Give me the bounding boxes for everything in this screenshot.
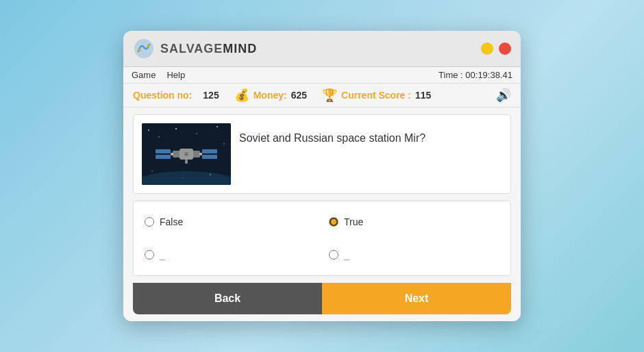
- menu-items: Game Help: [132, 70, 185, 80]
- svg-rect-19: [199, 153, 202, 155]
- answer-false[interactable]: False: [145, 212, 315, 231]
- svg-point-2: [147, 45, 149, 47]
- next-button[interactable]: Next: [322, 283, 511, 314]
- app-logo-icon: [133, 38, 155, 60]
- radio-empty-2[interactable]: [329, 250, 338, 260]
- sound-button[interactable]: 🔊: [496, 88, 511, 103]
- svg-rect-17: [202, 155, 217, 159]
- svg-point-7: [196, 133, 197, 134]
- answer-false-label: False: [160, 216, 183, 227]
- title-bar: SALVAGEMIND: [123, 31, 521, 67]
- money-section: 💰 Money: 625: [234, 88, 307, 103]
- answer-empty-2[interactable]: _: [329, 245, 499, 264]
- radio-empty-1[interactable]: [145, 250, 154, 260]
- question-text: Soviet and Russian space station Mir?: [239, 123, 425, 147]
- minimize-button[interactable]: [481, 42, 493, 55]
- svg-point-8: [216, 126, 218, 127]
- svg-rect-16: [202, 149, 217, 153]
- score-label: Current Score :: [341, 90, 411, 101]
- menu-game[interactable]: Game: [132, 70, 156, 80]
- score-value: 115: [415, 90, 431, 101]
- svg-point-10: [151, 171, 153, 172]
- svg-point-6: [175, 128, 177, 129]
- title-bar-left: SALVAGEMIND: [133, 38, 257, 60]
- answer-empty-1[interactable]: _: [145, 245, 315, 264]
- score-section: 🏆 Current Score : 115: [322, 88, 431, 103]
- radio-true[interactable]: [329, 217, 338, 227]
- title-part1: SALVAGE: [160, 42, 223, 55]
- trophy-icon: 🏆: [322, 88, 337, 103]
- buttons-row: Back Next: [133, 283, 511, 314]
- question-image: [142, 123, 231, 185]
- svg-point-4: [148, 129, 149, 131]
- question-value: 125: [203, 90, 219, 101]
- answer-true[interactable]: True: [329, 212, 499, 231]
- title-part2: MIND: [223, 42, 257, 55]
- money-value: 625: [291, 90, 307, 101]
- svg-rect-18: [171, 153, 173, 155]
- timer-display: Time : 00:19:38.41: [438, 70, 512, 80]
- svg-point-1: [138, 49, 141, 51]
- menu-help[interactable]: Help: [166, 70, 185, 80]
- svg-point-5: [158, 136, 160, 138]
- close-button[interactable]: [499, 42, 511, 55]
- answer-empty-2-label: _: [344, 249, 349, 260]
- radio-false[interactable]: [145, 217, 154, 227]
- money-icon: 💰: [234, 88, 249, 103]
- question-panel: Soviet and Russian space station Mir?: [133, 114, 511, 194]
- svg-point-21: [184, 152, 188, 156]
- svg-rect-14: [156, 149, 171, 153]
- window-controls: [481, 42, 511, 55]
- answer-true-label: True: [344, 216, 363, 227]
- content-area: Soviet and Russian space station Mir? Fa…: [123, 108, 521, 321]
- menu-bar: Game Help Time : 00:19:38.41: [123, 67, 521, 84]
- app-window: SALVAGEMIND Game Help Time : 00:19:38.41…: [123, 31, 521, 321]
- answers-grid: False True _ _: [145, 212, 499, 264]
- app-title: SALVAGEMIND: [160, 42, 257, 56]
- answer-empty-1-label: _: [160, 249, 165, 260]
- answers-panel: False True _ _: [133, 201, 511, 276]
- svg-rect-15: [156, 155, 171, 159]
- stats-bar: Question no: 125 💰 Money: 625 🏆 Current …: [123, 84, 521, 108]
- svg-point-9: [223, 143, 225, 144]
- question-label: Question no:: [133, 90, 192, 101]
- money-label: Money:: [253, 90, 287, 101]
- back-button[interactable]: Back: [133, 283, 322, 314]
- svg-rect-22: [185, 160, 188, 164]
